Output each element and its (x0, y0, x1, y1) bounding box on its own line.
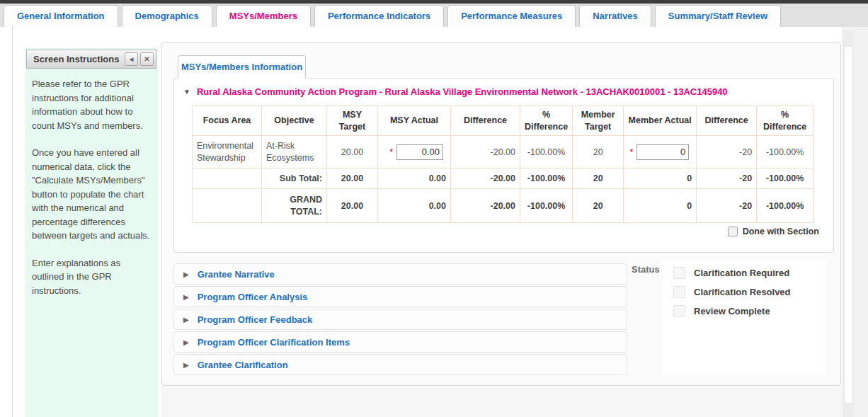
chevron-down-icon: ▼ (183, 88, 190, 96)
instruction-paragraph: Enter explanations as outlined in the GP… (32, 256, 151, 298)
col-header-member-pct-difference: % Difference (757, 106, 813, 136)
table-header-row: Focus Area Objective MSY Target MSY Actu… (193, 106, 813, 136)
cell-pct-difference: -100.00% (520, 136, 573, 168)
col-header-member-actual: Member Actual (624, 106, 697, 136)
grand-total-member-difference: -20 (697, 189, 757, 223)
program-accordion-header[interactable]: ▼ Rural Alaska Community Action Program … (174, 79, 833, 97)
grand-total-member-pct-difference: -100.00% (757, 189, 813, 223)
narrative-accordions: ▶ Grantee Narrative ▶ Program Officer An… (173, 263, 627, 377)
subtotal-member-target: 20 (573, 168, 624, 189)
tab-demographics[interactable]: Demographics (122, 5, 212, 27)
panel-bottom-spacer (161, 387, 842, 417)
screen-instructions-title: Screen Instructions (27, 54, 125, 64)
screen-instructions-sidebar: Screen Instructions ◄ ✕ Please refer to … (25, 48, 158, 417)
status-label: Status (632, 264, 660, 275)
subtotal-msy-target: 20.00 (327, 168, 378, 189)
cell-objective: At-Risk Ecosystems (262, 136, 327, 168)
cell-member-actual: * (624, 136, 697, 168)
main-tab-bar: General Information Demographics MSYs/Me… (0, 4, 868, 27)
col-header-msy-target: MSY Target (327, 106, 378, 136)
accordion-label: Grantee Narrative (198, 269, 275, 280)
subtotal-difference: -20.00 (451, 168, 520, 189)
tab-summary-staff-review[interactable]: Summary/Staff Review (655, 5, 781, 27)
program-section: ▼ Rural Alaska Community Action Program … (173, 78, 834, 253)
tab-performance-measures[interactable]: Performance Measures (447, 5, 576, 27)
member-actual-input[interactable] (636, 144, 689, 160)
cell-msy-actual: * (378, 136, 451, 168)
tab-general-information[interactable]: General Information (4, 5, 118, 27)
col-header-member-difference: Difference (697, 106, 757, 136)
accordion-grantee-narrative[interactable]: ▶ Grantee Narrative (173, 263, 627, 285)
tab-performance-indicators[interactable]: Performance Indicators (314, 5, 444, 27)
screen-instructions-text: Please refer to the GPR instructions for… (25, 69, 158, 319)
cell-member-target: 20 (573, 136, 624, 168)
status-option-review-complete: Review Complete (663, 298, 826, 317)
accordion-label: Program Officer Feedback (198, 314, 313, 325)
required-asterisk: * (389, 147, 393, 157)
chevron-right-icon: ▶ (183, 293, 189, 301)
col-header-focus-area: Focus Area (193, 106, 262, 136)
cell-focus-area: Environmental Stewardship (193, 136, 262, 168)
required-asterisk: * (629, 147, 633, 157)
done-with-section: Done with Section (728, 227, 819, 236)
sidebar-collapse-button[interactable]: ◄ (125, 52, 138, 66)
grand-total-msy-actual: 0.00 (378, 189, 451, 223)
status-option-label: Clarification Required (694, 268, 789, 278)
gpr-screen: General Information Demographics MSYs/Me… (0, 0, 868, 417)
subtotal-msy-actual: 0.00 (378, 168, 451, 189)
accordion-label: Grantee Clarification (198, 360, 288, 370)
grand-total-member-actual: 0 (624, 189, 697, 223)
cell-member-difference: -20 (697, 136, 757, 168)
accordion-grantee-clarification[interactable]: ▶ Grantee Clarification (173, 354, 627, 375)
instruction-paragraph: Once you have entered all numerical data… (32, 146, 151, 243)
grand-total-label: GRAND TOTAL: (262, 189, 327, 223)
status-option-label: Review Complete (694, 306, 770, 316)
accordion-program-officer-clarification-items[interactable]: ▶ Program Officer Clarification Items (173, 331, 627, 353)
subtotal-row: Sub Total: 20.00 0.00 -20.00 -100.00% 20… (193, 168, 813, 189)
cell-empty (193, 168, 262, 189)
accordion-label: Program Officer Clarification Items (198, 337, 350, 348)
clarification-resolved-checkbox[interactable] (673, 286, 685, 298)
chevron-right-icon: ▶ (183, 316, 189, 324)
col-header-difference: Difference (451, 106, 520, 136)
col-header-member-target: Member Target (573, 106, 624, 136)
instruction-paragraph: Please refer to the GPR instructions for… (32, 77, 151, 132)
msy-members-table: Focus Area Objective MSY Target MSY Actu… (192, 105, 813, 223)
subtotal-member-pct-difference: -100.00% (757, 168, 813, 189)
grand-total-member-target: 20 (573, 189, 624, 223)
status-panel: Clarification Required Clarification Res… (663, 260, 826, 375)
col-header-pct-difference: % Difference (520, 106, 573, 136)
table-row: Environmental Stewardship At-Risk Ecosys… (193, 136, 813, 168)
tab-msys-members[interactable]: MSYs/Members (216, 5, 311, 27)
close-icon: ✕ (144, 55, 149, 63)
vertical-scrollbar[interactable] (843, 30, 854, 417)
accordion-label: Program Officer Analysis (198, 292, 308, 302)
sidebar-close-button[interactable]: ✕ (140, 52, 154, 66)
accordion-program-officer-analysis[interactable]: ▶ Program Officer Analysis (173, 286, 627, 307)
col-header-msy-actual: MSY Actual (378, 106, 451, 136)
grand-total-msy-target: 20.00 (327, 189, 378, 223)
cell-msy-target: 20.00 (327, 136, 378, 168)
scrollbar-thumb[interactable] (844, 46, 853, 404)
clarification-required-checkbox[interactable] (673, 267, 685, 279)
screen-instructions-header: Screen Instructions ◄ ✕ (26, 50, 156, 69)
msys-members-panel: MSYs/Members Information ▼ Rural Alaska … (161, 42, 841, 386)
cell-member-pct-difference: -100.00% (757, 136, 813, 168)
col-header-objective: Objective (262, 106, 327, 136)
done-with-section-checkbox[interactable] (728, 227, 738, 236)
cell-empty (193, 189, 262, 223)
tab-narratives[interactable]: Narratives (579, 5, 651, 27)
chevron-right-icon: ▶ (183, 361, 189, 369)
status-option-clarification-resolved: Clarification Resolved (663, 279, 826, 298)
subtotal-pct-difference: -100.00% (520, 168, 573, 189)
chevron-right-icon: ▶ (183, 270, 189, 278)
accordion-program-officer-feedback[interactable]: ▶ Program Officer Feedback (173, 309, 627, 330)
review-complete-checkbox[interactable] (673, 305, 685, 317)
msy-actual-input[interactable] (396, 144, 443, 160)
collapse-left-icon: ◄ (128, 55, 135, 63)
status-option-label: Clarification Resolved (694, 287, 791, 297)
subtotal-member-actual: 0 (624, 168, 697, 189)
subtab-msys-members-information[interactable]: MSYs/Members Information (178, 55, 306, 79)
cell-difference: -20.00 (451, 136, 520, 168)
chevron-right-icon: ▶ (183, 338, 189, 346)
